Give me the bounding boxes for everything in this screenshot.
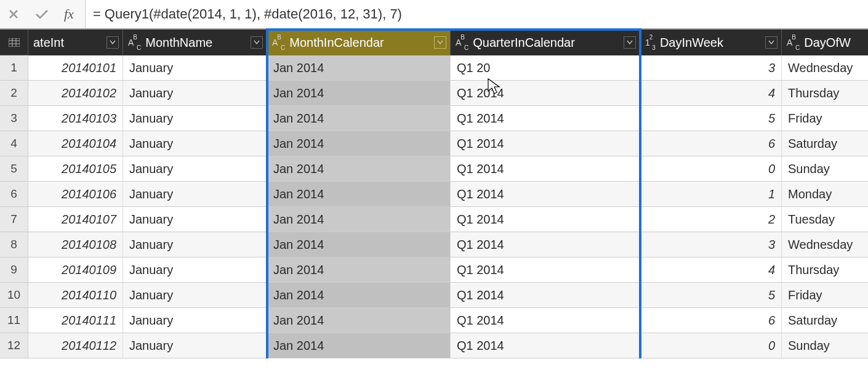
cell-monthincalendar[interactable]: Jan 2014 [267, 131, 451, 156]
cell-dayofweek[interactable]: Saturday [782, 131, 868, 156]
cell-monthname[interactable]: January [123, 81, 267, 105]
column-header-quarterincalendar[interactable]: ABC QuarterInCalendar [451, 30, 640, 55]
cell-dayofweek[interactable]: Sunday [782, 333, 868, 358]
cell-dayinweek[interactable]: 3 [640, 55, 782, 80]
cell-monthname[interactable]: January [123, 106, 267, 131]
cell-monthname[interactable]: January [123, 308, 267, 333]
cell-monthname[interactable]: January [123, 257, 267, 282]
cancel-formula-button[interactable] [5, 6, 22, 23]
table-row[interactable]: 20140111 January Jan 2014 Q1 2014 6 Satu… [28, 308, 868, 333]
table-row[interactable]: 20140107 January Jan 2014 Q1 2014 2 Tues… [28, 207, 868, 232]
cell-monthincalendar[interactable]: Jan 2014 [267, 257, 451, 282]
cell-dayofweek[interactable]: Wednesday [782, 55, 868, 80]
cell-dateint[interactable]: 20140112 [28, 333, 123, 358]
cell-monthname[interactable]: January [123, 131, 267, 156]
cell-monthincalendar[interactable]: Jan 2014 [267, 156, 451, 181]
row-number[interactable]: 11 [0, 308, 28, 333]
cell-dateint[interactable]: 20140110 [28, 283, 123, 307]
row-number[interactable]: 8 [0, 232, 28, 257]
cell-dayofweek[interactable]: Sunday [782, 156, 868, 181]
row-number[interactable]: 12 [0, 333, 28, 358]
table-row[interactable]: 20140101 January Jan 2014 Q1 20 3 Wednes… [28, 55, 868, 81]
cell-monthincalendar[interactable]: Jan 2014 [267, 81, 451, 105]
row-number[interactable]: 5 [0, 156, 28, 182]
cell-monthname[interactable]: January [123, 55, 267, 80]
row-number[interactable]: 6 [0, 182, 28, 207]
cell-dayofweek[interactable]: Tuesday [782, 207, 868, 232]
cell-dayinweek[interactable]: 3 [640, 232, 782, 257]
cell-dayofweek[interactable]: Thursday [782, 257, 868, 282]
confirm-formula-button[interactable] [33, 6, 50, 23]
cell-dayinweek[interactable]: 6 [640, 308, 782, 333]
cell-dayofweek[interactable]: Wednesday [782, 232, 868, 257]
cell-dateint[interactable]: 20140101 [28, 55, 123, 80]
formula-input[interactable] [86, 0, 868, 28]
cell-quarterincalendar[interactable]: Q1 2014 [451, 182, 640, 206]
row-number[interactable]: 3 [0, 106, 28, 131]
column-header-dayofweek[interactable]: ABC DayOfW [782, 30, 868, 55]
cell-dayinweek[interactable]: 0 [640, 156, 782, 181]
cell-dayinweek[interactable]: 0 [640, 333, 782, 358]
cell-monthincalendar[interactable]: Jan 2014 [267, 333, 451, 358]
row-number[interactable]: 10 [0, 283, 28, 308]
table-row[interactable]: 20140105 January Jan 2014 Q1 2014 0 Sund… [28, 156, 868, 182]
table-row[interactable]: 20140110 January Jan 2014 Q1 2014 5 Frid… [28, 283, 868, 308]
cell-dayofweek[interactable]: Monday [782, 182, 868, 206]
cell-monthname[interactable]: January [123, 283, 267, 307]
row-number[interactable]: 4 [0, 131, 28, 156]
row-number[interactable]: 1 [0, 55, 28, 81]
table-row[interactable]: 20140102 January Jan 2014 Q1 2014 4 Thur… [28, 81, 868, 106]
table-row[interactable]: 20140112 January Jan 2014 Q1 2014 0 Sund… [28, 333, 868, 358]
cell-dateint[interactable]: 20140106 [28, 182, 123, 206]
cell-dateint[interactable]: 20140105 [28, 156, 123, 181]
cell-monthincalendar[interactable]: Jan 2014 [267, 232, 451, 257]
cell-monthname[interactable]: January [123, 232, 267, 257]
cell-dayinweek[interactable]: 5 [640, 106, 782, 131]
column-header-dayinweek[interactable]: 123 DayInWeek [640, 30, 782, 55]
column-header-dateint[interactable]: ateInt [28, 30, 123, 55]
cell-quarterincalendar[interactable]: Q1 20 [451, 55, 640, 80]
cell-quarterincalendar[interactable]: Q1 2014 [451, 131, 640, 156]
filter-dropdown-icon[interactable] [106, 36, 119, 49]
cell-dayinweek[interactable]: 6 [640, 131, 782, 156]
cell-monthname[interactable]: January [123, 182, 267, 206]
cell-dateint[interactable]: 20140102 [28, 81, 123, 105]
cell-quarterincalendar[interactable]: Q1 2014 [451, 207, 640, 232]
cell-dateint[interactable]: 20140104 [28, 131, 123, 156]
filter-dropdown-icon[interactable] [765, 36, 778, 49]
row-number[interactable]: 2 [0, 81, 28, 106]
filter-dropdown-icon[interactable] [624, 36, 636, 49]
cell-dayinweek[interactable]: 4 [640, 257, 782, 282]
filter-dropdown-icon[interactable] [251, 36, 263, 49]
cell-monthincalendar[interactable]: Jan 2014 [267, 207, 451, 232]
column-header-monthname[interactable]: ABC MonthName [123, 30, 267, 55]
cell-quarterincalendar[interactable]: Q1 2014 [451, 106, 640, 131]
cell-quarterincalendar[interactable]: Q1 2014 [451, 232, 640, 257]
column-header-monthincalendar[interactable]: ABC MonthInCalendar [267, 30, 451, 55]
table-row[interactable]: 20140104 January Jan 2014 Q1 2014 6 Satu… [28, 131, 868, 156]
cell-quarterincalendar[interactable]: Q1 2014 [451, 333, 640, 358]
grid-corner-icon[interactable] [0, 30, 28, 55]
cell-dayofweek[interactable]: Friday [782, 106, 868, 131]
cell-dayinweek[interactable]: 5 [640, 283, 782, 307]
cell-monthname[interactable]: January [123, 156, 267, 181]
cell-dayofweek[interactable]: Friday [782, 283, 868, 307]
cell-monthincalendar[interactable]: Jan 2014 [267, 182, 451, 206]
cell-dayofweek[interactable]: Thursday [782, 81, 868, 105]
row-number[interactable]: 9 [0, 257, 28, 283]
cell-dayinweek[interactable]: 1 [640, 182, 782, 206]
cell-dateint[interactable]: 20140103 [28, 106, 123, 131]
cell-quarterincalendar[interactable]: Q1 2014 [451, 257, 640, 282]
cell-monthincalendar[interactable]: Jan 2014 [267, 283, 451, 307]
table-row[interactable]: 20140103 January Jan 2014 Q1 2014 5 Frid… [28, 106, 868, 131]
cell-quarterincalendar[interactable]: Q1 2014 [451, 283, 640, 307]
filter-dropdown-icon[interactable] [434, 36, 446, 49]
cell-monthincalendar[interactable]: Jan 2014 [267, 55, 451, 80]
cell-monthname[interactable]: January [123, 207, 267, 232]
cell-monthincalendar[interactable]: Jan 2014 [267, 106, 451, 131]
table-row[interactable]: 20140106 January Jan 2014 Q1 2014 1 Mond… [28, 182, 868, 207]
cell-dayofweek[interactable]: Saturday [782, 308, 868, 333]
table-row[interactable]: 20140108 January Jan 2014 Q1 2014 3 Wedn… [28, 232, 868, 257]
cell-monthincalendar[interactable]: Jan 2014 [267, 308, 451, 333]
cell-quarterincalendar[interactable]: Q1 2014 [451, 308, 640, 333]
